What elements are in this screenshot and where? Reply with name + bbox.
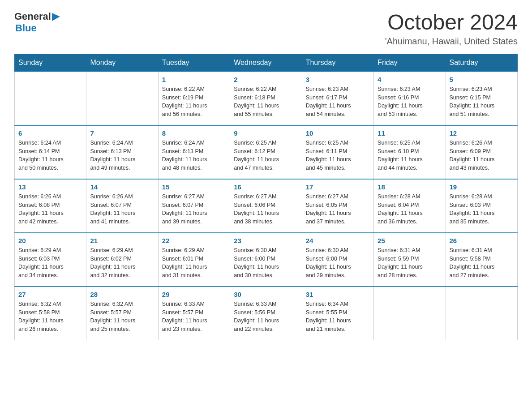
svg-marker-0 <box>52 13 60 21</box>
day-info: Sunrise: 6:31 AM Sunset: 5:58 PM Dayligh… <box>450 246 514 280</box>
day-info: Sunrise: 6:25 AM Sunset: 6:12 PM Dayligh… <box>234 139 298 172</box>
calendar-cell: 8Sunrise: 6:24 AM Sunset: 6:13 PM Daylig… <box>158 125 230 179</box>
calendar-cell: 11Sunrise: 6:25 AM Sunset: 6:10 PM Dayli… <box>374 125 446 179</box>
calendar-cell: 27Sunrise: 6:32 AM Sunset: 5:58 PM Dayli… <box>15 287 86 340</box>
day-info: Sunrise: 6:23 AM Sunset: 6:15 PM Dayligh… <box>450 85 514 119</box>
day-number: 3 <box>306 76 370 83</box>
calendar-cell: 10Sunrise: 6:25 AM Sunset: 6:11 PM Dayli… <box>302 125 373 179</box>
day-number: 14 <box>90 183 154 191</box>
day-info: Sunrise: 6:32 AM Sunset: 5:57 PM Dayligh… <box>90 300 154 334</box>
calendar-cell: 24Sunrise: 6:30 AM Sunset: 6:00 PM Dayli… <box>302 233 373 287</box>
day-number: 18 <box>378 183 442 191</box>
calendar-cell: 7Sunrise: 6:24 AM Sunset: 6:13 PM Daylig… <box>86 125 158 179</box>
day-number: 15 <box>162 183 226 191</box>
day-number: 10 <box>306 129 370 137</box>
day-number: 17 <box>306 183 370 191</box>
day-number: 21 <box>90 237 154 244</box>
day-number: 7 <box>90 129 154 137</box>
day-header-tuesday: Tuesday <box>158 54 230 72</box>
day-number: 6 <box>18 129 82 137</box>
calendar-cell: 12Sunrise: 6:26 AM Sunset: 6:09 PM Dayli… <box>446 125 517 179</box>
day-number: 16 <box>234 183 298 191</box>
day-number: 19 <box>450 183 514 191</box>
calendar-cell: 1Sunrise: 6:22 AM Sunset: 6:19 PM Daylig… <box>158 72 230 125</box>
calendar-cell: 15Sunrise: 6:27 AM Sunset: 6:07 PM Dayli… <box>158 179 230 233</box>
week-row-5: 27Sunrise: 6:32 AM Sunset: 5:58 PM Dayli… <box>15 287 518 340</box>
day-info: Sunrise: 6:28 AM Sunset: 6:03 PM Dayligh… <box>450 193 514 226</box>
day-number: 25 <box>378 237 442 244</box>
day-info: Sunrise: 6:30 AM Sunset: 6:00 PM Dayligh… <box>234 246 298 280</box>
calendar-cell: 2Sunrise: 6:22 AM Sunset: 6:18 PM Daylig… <box>230 72 302 125</box>
day-number: 29 <box>162 291 226 298</box>
location-title: 'Ahuimanu, Hawaii, United States <box>385 36 518 47</box>
logo-general: General <box>14 11 51 22</box>
week-row-4: 20Sunrise: 6:29 AM Sunset: 6:03 PM Dayli… <box>15 233 518 287</box>
calendar-cell: 20Sunrise: 6:29 AM Sunset: 6:03 PM Dayli… <box>15 233 86 287</box>
day-info: Sunrise: 6:29 AM Sunset: 6:02 PM Dayligh… <box>90 246 154 280</box>
day-number: 22 <box>162 237 226 244</box>
day-info: Sunrise: 6:24 AM Sunset: 6:13 PM Dayligh… <box>90 139 154 172</box>
day-number: 20 <box>18 237 82 244</box>
calendar-cell <box>374 287 446 340</box>
day-header-sunday: Sunday <box>15 54 86 72</box>
day-info: Sunrise: 6:30 AM Sunset: 6:00 PM Dayligh… <box>306 246 370 280</box>
calendar-cell: 30Sunrise: 6:33 AM Sunset: 5:56 PM Dayli… <box>230 287 302 340</box>
calendar-cell: 9Sunrise: 6:25 AM Sunset: 6:12 PM Daylig… <box>230 125 302 179</box>
month-title: October 2024 <box>385 11 518 34</box>
logo: General Blue <box>14 11 60 34</box>
day-number: 13 <box>18 183 82 191</box>
day-info: Sunrise: 6:26 AM Sunset: 6:09 PM Dayligh… <box>450 139 514 172</box>
day-info: Sunrise: 6:23 AM Sunset: 6:16 PM Dayligh… <box>378 85 442 119</box>
day-number: 12 <box>450 129 514 137</box>
calendar-body: 1Sunrise: 6:22 AM Sunset: 6:19 PM Daylig… <box>15 72 518 340</box>
day-number: 4 <box>378 76 442 83</box>
day-info: Sunrise: 6:28 AM Sunset: 6:04 PM Dayligh… <box>378 193 442 226</box>
calendar-cell: 19Sunrise: 6:28 AM Sunset: 6:03 PM Dayli… <box>446 179 517 233</box>
day-info: Sunrise: 6:32 AM Sunset: 5:58 PM Dayligh… <box>18 300 82 334</box>
day-number: 26 <box>450 237 514 244</box>
day-number: 9 <box>234 129 298 137</box>
day-number: 24 <box>306 237 370 244</box>
day-header-thursday: Thursday <box>302 54 373 72</box>
day-info: Sunrise: 6:26 AM Sunset: 6:08 PM Dayligh… <box>18 193 82 226</box>
day-number: 30 <box>234 291 298 298</box>
day-number: 2 <box>234 76 298 83</box>
calendar-cell: 13Sunrise: 6:26 AM Sunset: 6:08 PM Dayli… <box>15 179 86 233</box>
day-header-saturday: Saturday <box>446 54 517 72</box>
calendar-table: SundayMondayTuesdayWednesdayThursdayFrid… <box>14 54 518 341</box>
day-info: Sunrise: 6:22 AM Sunset: 6:19 PM Dayligh… <box>162 85 226 119</box>
calendar-header: SundayMondayTuesdayWednesdayThursdayFrid… <box>15 54 518 72</box>
calendar-cell: 28Sunrise: 6:32 AM Sunset: 5:57 PM Dayli… <box>86 287 158 340</box>
day-header-friday: Friday <box>374 54 446 72</box>
week-row-1: 1Sunrise: 6:22 AM Sunset: 6:19 PM Daylig… <box>15 72 518 125</box>
calendar-cell: 22Sunrise: 6:29 AM Sunset: 6:01 PM Dayli… <box>158 233 230 287</box>
day-info: Sunrise: 6:22 AM Sunset: 6:18 PM Dayligh… <box>234 85 298 119</box>
day-info: Sunrise: 6:29 AM Sunset: 6:01 PM Dayligh… <box>162 246 226 280</box>
calendar-cell: 14Sunrise: 6:26 AM Sunset: 6:07 PM Dayli… <box>86 179 158 233</box>
calendar-cell: 3Sunrise: 6:23 AM Sunset: 6:17 PM Daylig… <box>302 72 373 125</box>
day-info: Sunrise: 6:34 AM Sunset: 5:55 PM Dayligh… <box>306 300 370 334</box>
calendar-cell <box>15 72 86 125</box>
day-info: Sunrise: 6:24 AM Sunset: 6:14 PM Dayligh… <box>18 139 82 172</box>
day-info: Sunrise: 6:26 AM Sunset: 6:07 PM Dayligh… <box>90 193 154 226</box>
day-info: Sunrise: 6:31 AM Sunset: 5:59 PM Dayligh… <box>378 246 442 280</box>
day-number: 8 <box>162 129 226 137</box>
day-info: Sunrise: 6:23 AM Sunset: 6:17 PM Dayligh… <box>306 85 370 119</box>
title-area: October 2024 'Ahuimanu, Hawaii, United S… <box>385 11 518 47</box>
day-header-wednesday: Wednesday <box>230 54 302 72</box>
day-number: 1 <box>162 76 226 83</box>
day-info: Sunrise: 6:24 AM Sunset: 6:13 PM Dayligh… <box>162 139 226 172</box>
calendar-cell: 5Sunrise: 6:23 AM Sunset: 6:15 PM Daylig… <box>446 72 517 125</box>
calendar-cell: 18Sunrise: 6:28 AM Sunset: 6:04 PM Dayli… <box>374 179 446 233</box>
day-info: Sunrise: 6:27 AM Sunset: 6:07 PM Dayligh… <box>162 193 226 226</box>
week-row-3: 13Sunrise: 6:26 AM Sunset: 6:08 PM Dayli… <box>15 179 518 233</box>
logo-blue: Blue <box>14 22 60 34</box>
calendar-cell: 31Sunrise: 6:34 AM Sunset: 5:55 PM Dayli… <box>302 287 373 340</box>
calendar-cell: 25Sunrise: 6:31 AM Sunset: 5:59 PM Dayli… <box>374 233 446 287</box>
day-info: Sunrise: 6:33 AM Sunset: 5:56 PM Dayligh… <box>234 300 298 334</box>
header: General Blue October 2024 'Ahuimanu, Haw… <box>14 11 518 47</box>
day-info: Sunrise: 6:25 AM Sunset: 6:11 PM Dayligh… <box>306 139 370 172</box>
day-info: Sunrise: 6:33 AM Sunset: 5:57 PM Dayligh… <box>162 300 226 334</box>
day-number: 5 <box>450 76 514 83</box>
day-number: 28 <box>90 291 154 298</box>
